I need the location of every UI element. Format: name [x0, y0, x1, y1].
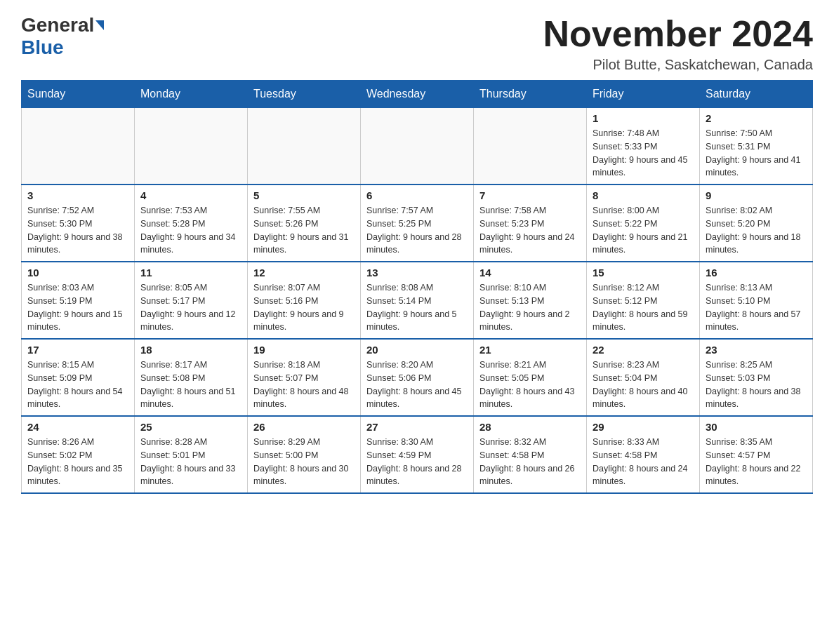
day-cell: 13Sunrise: 8:08 AM Sunset: 5:14 PM Dayli…: [361, 262, 474, 339]
day-cell: 24Sunrise: 8:26 AM Sunset: 5:02 PM Dayli…: [22, 416, 135, 493]
day-cell: 26Sunrise: 8:29 AM Sunset: 5:00 PM Dayli…: [248, 416, 361, 493]
day-info: Sunrise: 8:18 AM Sunset: 5:07 PM Dayligh…: [253, 358, 355, 411]
day-number: 28: [479, 421, 581, 433]
header-cell-friday: Friday: [587, 81, 700, 108]
day-cell: 6Sunrise: 7:57 AM Sunset: 5:25 PM Daylig…: [361, 185, 474, 262]
day-number: 12: [253, 267, 355, 279]
week-row-4: 17Sunrise: 8:15 AM Sunset: 5:09 PM Dayli…: [22, 339, 813, 416]
day-cell: 23Sunrise: 8:25 AM Sunset: 5:03 PM Dayli…: [700, 339, 813, 416]
day-info: Sunrise: 8:07 AM Sunset: 5:16 PM Dayligh…: [253, 281, 355, 334]
header-cell-wednesday: Wednesday: [361, 81, 474, 108]
day-number: 4: [140, 189, 241, 201]
month-title: November 2024: [543, 14, 813, 54]
day-cell: [474, 108, 587, 185]
day-number: 14: [479, 267, 581, 279]
week-row-3: 10Sunrise: 8:03 AM Sunset: 5:19 PM Dayli…: [22, 262, 813, 339]
day-number: 15: [593, 267, 694, 279]
header-cell-thursday: Thursday: [474, 81, 587, 108]
logo-general: General: [21, 14, 94, 36]
day-number: 22: [593, 344, 694, 356]
day-cell: 30Sunrise: 8:35 AM Sunset: 4:57 PM Dayli…: [700, 416, 813, 493]
day-number: 24: [27, 421, 128, 433]
day-number: 23: [706, 344, 807, 356]
calendar-body: 1Sunrise: 7:48 AM Sunset: 5:33 PM Daylig…: [22, 108, 813, 494]
day-cell: 2Sunrise: 7:50 AM Sunset: 5:31 PM Daylig…: [700, 108, 813, 185]
logo-arrow-icon: [95, 20, 104, 30]
day-info: Sunrise: 8:13 AM Sunset: 5:10 PM Dayligh…: [706, 281, 807, 334]
calendar-table: SundayMondayTuesdayWednesdayThursdayFrid…: [21, 80, 813, 494]
day-info: Sunrise: 7:48 AM Sunset: 5:33 PM Dayligh…: [593, 127, 694, 180]
day-number: 21: [479, 344, 581, 356]
day-info: Sunrise: 8:03 AM Sunset: 5:19 PM Dayligh…: [27, 281, 128, 334]
day-cell: 1Sunrise: 7:48 AM Sunset: 5:33 PM Daylig…: [587, 108, 700, 185]
day-info: Sunrise: 8:25 AM Sunset: 5:03 PM Dayligh…: [706, 358, 807, 411]
day-info: Sunrise: 8:08 AM Sunset: 5:14 PM Dayligh…: [366, 281, 468, 334]
day-cell: 11Sunrise: 8:05 AM Sunset: 5:17 PM Dayli…: [135, 262, 248, 339]
day-cell: 3Sunrise: 7:52 AM Sunset: 5:30 PM Daylig…: [22, 185, 135, 262]
header-cell-sunday: Sunday: [22, 81, 135, 108]
header-row: SundayMondayTuesdayWednesdayThursdayFrid…: [22, 81, 813, 108]
day-cell: 8Sunrise: 8:00 AM Sunset: 5:22 PM Daylig…: [587, 185, 700, 262]
day-cell: 5Sunrise: 7:55 AM Sunset: 5:26 PM Daylig…: [248, 185, 361, 262]
location: Pilot Butte, Saskatchewan, Canada: [543, 57, 813, 73]
day-number: 27: [366, 421, 468, 433]
day-cell: 25Sunrise: 8:28 AM Sunset: 5:01 PM Dayli…: [135, 416, 248, 493]
day-number: 10: [27, 267, 128, 279]
day-info: Sunrise: 8:26 AM Sunset: 5:02 PM Dayligh…: [27, 436, 128, 488]
day-cell: 7Sunrise: 7:58 AM Sunset: 5:23 PM Daylig…: [474, 185, 587, 262]
day-number: 30: [706, 421, 807, 433]
day-info: Sunrise: 8:32 AM Sunset: 4:58 PM Dayligh…: [479, 436, 581, 488]
day-info: Sunrise: 8:20 AM Sunset: 5:06 PM Dayligh…: [366, 358, 468, 411]
logo-blue: Blue: [21, 36, 64, 58]
day-info: Sunrise: 7:55 AM Sunset: 5:26 PM Dayligh…: [253, 204, 355, 257]
day-cell: 19Sunrise: 8:18 AM Sunset: 5:07 PM Dayli…: [248, 339, 361, 416]
day-number: 17: [27, 344, 128, 356]
day-cell: 17Sunrise: 8:15 AM Sunset: 5:09 PM Dayli…: [22, 339, 135, 416]
day-info: Sunrise: 8:02 AM Sunset: 5:20 PM Dayligh…: [706, 204, 807, 257]
day-info: Sunrise: 8:33 AM Sunset: 4:58 PM Dayligh…: [593, 436, 694, 488]
day-number: 8: [593, 189, 694, 201]
day-number: 29: [593, 421, 694, 433]
day-cell: 21Sunrise: 8:21 AM Sunset: 5:05 PM Dayli…: [474, 339, 587, 416]
page-header: General Blue November 2024 Pilot Butte, …: [21, 14, 813, 73]
week-row-1: 1Sunrise: 7:48 AM Sunset: 5:33 PM Daylig…: [22, 108, 813, 185]
day-number: 13: [366, 267, 468, 279]
day-info: Sunrise: 8:35 AM Sunset: 4:57 PM Dayligh…: [706, 436, 807, 488]
day-info: Sunrise: 7:57 AM Sunset: 5:25 PM Dayligh…: [366, 204, 468, 257]
day-number: 1: [593, 112, 694, 124]
day-cell: 15Sunrise: 8:12 AM Sunset: 5:12 PM Dayli…: [587, 262, 700, 339]
day-number: 18: [140, 344, 241, 356]
logo: General Blue: [21, 14, 104, 59]
day-cell: 10Sunrise: 8:03 AM Sunset: 5:19 PM Dayli…: [22, 262, 135, 339]
day-cell: 27Sunrise: 8:30 AM Sunset: 4:59 PM Dayli…: [361, 416, 474, 493]
day-cell: 28Sunrise: 8:32 AM Sunset: 4:58 PM Dayli…: [474, 416, 587, 493]
day-info: Sunrise: 8:00 AM Sunset: 5:22 PM Dayligh…: [593, 204, 694, 257]
day-number: 6: [366, 189, 468, 201]
day-number: 20: [366, 344, 468, 356]
day-cell: [361, 108, 474, 185]
day-info: Sunrise: 7:52 AM Sunset: 5:30 PM Dayligh…: [27, 204, 128, 257]
header-cell-saturday: Saturday: [700, 81, 813, 108]
day-info: Sunrise: 8:10 AM Sunset: 5:13 PM Dayligh…: [479, 281, 581, 334]
day-number: 2: [706, 112, 807, 124]
day-info: Sunrise: 8:17 AM Sunset: 5:08 PM Dayligh…: [140, 358, 241, 411]
day-cell: 18Sunrise: 8:17 AM Sunset: 5:08 PM Dayli…: [135, 339, 248, 416]
day-cell: [22, 108, 135, 185]
calendar-header: SundayMondayTuesdayWednesdayThursdayFrid…: [22, 81, 813, 108]
day-info: Sunrise: 8:15 AM Sunset: 5:09 PM Dayligh…: [27, 358, 128, 411]
day-cell: 4Sunrise: 7:53 AM Sunset: 5:28 PM Daylig…: [135, 185, 248, 262]
day-info: Sunrise: 7:58 AM Sunset: 5:23 PM Dayligh…: [479, 204, 581, 257]
day-cell: 12Sunrise: 8:07 AM Sunset: 5:16 PM Dayli…: [248, 262, 361, 339]
day-number: 25: [140, 421, 241, 433]
day-number: 7: [479, 189, 581, 201]
header-cell-tuesday: Tuesday: [248, 81, 361, 108]
day-info: Sunrise: 8:23 AM Sunset: 5:04 PM Dayligh…: [593, 358, 694, 411]
day-info: Sunrise: 8:12 AM Sunset: 5:12 PM Dayligh…: [593, 281, 694, 334]
day-info: Sunrise: 7:50 AM Sunset: 5:31 PM Dayligh…: [706, 127, 807, 180]
day-info: Sunrise: 7:53 AM Sunset: 5:28 PM Dayligh…: [140, 204, 241, 257]
header-cell-monday: Monday: [135, 81, 248, 108]
day-number: 3: [27, 189, 128, 201]
day-number: 26: [253, 421, 355, 433]
day-number: 19: [253, 344, 355, 356]
day-cell: 20Sunrise: 8:20 AM Sunset: 5:06 PM Dayli…: [361, 339, 474, 416]
